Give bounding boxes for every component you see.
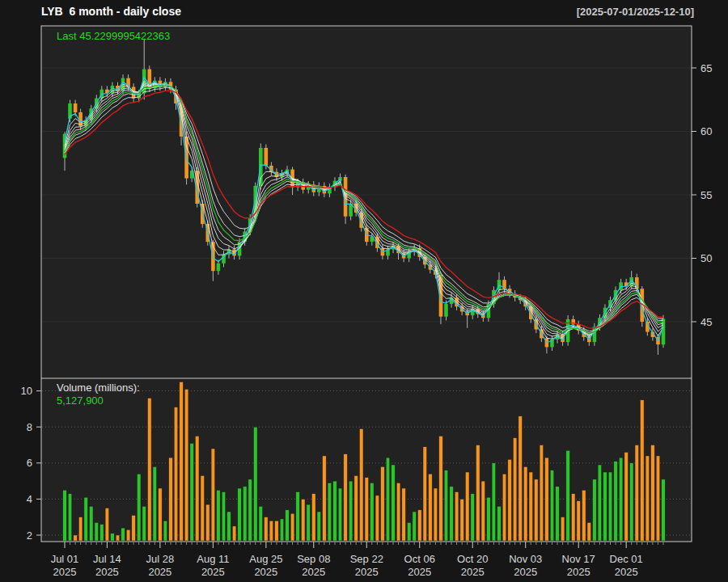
volume-bar [529,472,533,541]
volume-bar [619,458,623,541]
volume-bar [159,488,163,541]
volume-bar [184,389,188,541]
price-tick-label: 55 [700,189,712,201]
volume-bar [74,535,78,541]
volume-bar [275,521,279,541]
volume-bar [301,499,305,541]
volume-bar [365,478,369,541]
volume-bar [429,474,433,541]
volume-bar [63,490,67,541]
volume-bar [561,517,565,541]
volume-bar [523,466,527,541]
x-axis-label: Dec 01 [610,553,643,565]
x-axis-label-year: 2025 [514,566,537,578]
volume-bar [323,456,327,541]
volume-bar [434,488,438,541]
volume-bar [476,445,480,542]
x-axis-label: Sep 08 [297,553,330,565]
volume-bar [444,470,448,541]
volume-bar [593,479,597,541]
volume-bar [142,506,146,541]
volume-bar [651,445,655,542]
candle-body [74,103,78,112]
price-tick-label: 60 [700,125,712,137]
volume-bar [248,479,252,541]
x-axis-label: Aug 11 [197,553,229,565]
volume-bar [381,466,385,541]
volume-bar [645,456,650,541]
volume-bar [148,399,152,542]
volume-bar [614,462,618,541]
volume-bar [333,481,337,541]
volume-bar [603,472,607,541]
volume-bar [78,517,83,541]
volume-bar [386,458,390,541]
volume-bar [587,522,591,541]
volume-bar [396,483,400,541]
volume-bar [465,472,469,541]
price-y-axis: 4550556065 [692,62,712,328]
volume-bar [344,454,348,541]
volume-bar [571,494,575,541]
volume-bar [254,427,258,541]
volume-bar [238,488,242,541]
volume-bar [259,506,263,541]
volume-bar [545,458,549,541]
candle-body [265,148,269,166]
volume-bar [460,499,464,541]
volume-bar [635,445,639,542]
last-price-label: Last 45.2299995422363 [57,30,170,42]
volume-bar [105,508,109,542]
volume-bar [455,492,459,542]
volume-bar [624,452,629,541]
volume-bar [100,525,104,541]
volume-bar [111,534,115,541]
price-tick-label: 45 [700,316,712,328]
volume-bar [487,497,491,541]
candle-body [444,304,448,317]
price-tick-label: 50 [700,252,712,264]
volume-bar [513,438,517,541]
volume-bar [153,466,157,541]
volume-bar [280,519,284,541]
volume-bar [269,521,273,541]
volume-bar [354,475,358,541]
volume-bar [502,474,506,541]
volume-bar [402,488,406,541]
volume-bar [286,510,290,541]
x-axis-label-year: 2025 [461,566,485,578]
volume-bar [556,487,560,541]
volume-title: Volume (millions): [57,382,140,394]
x-axis-label-year: 2025 [615,566,638,578]
volume-bar [540,445,544,542]
chart-canvas: 4550556065246810Jul 012025Jul 142025Jul … [0,0,728,582]
volume-value: 5,127,900 [57,394,104,407]
volume-bar [174,407,178,541]
volume-bar [328,483,332,541]
volume-bar [450,487,454,541]
candle-body [662,318,666,344]
volume-tick-label: 2 [27,529,32,542]
candle-body [217,264,221,271]
volume-bar [206,504,210,541]
volume-bar [349,481,353,541]
x-axis: Jul 012025Jul 142025Jul 282025Aug 112025… [51,542,663,578]
x-axis-label-year: 2025 [355,566,379,578]
volume-bar [126,529,130,541]
volume-bar [439,436,443,541]
volume-bar [211,449,215,541]
x-axis-label: Jul 28 [146,553,175,565]
volume-bar [497,506,502,541]
volume-bar [418,510,422,541]
volume-bar [641,400,645,541]
volume-bar [201,475,205,541]
volume-bar [95,522,99,541]
volume-bar [217,490,221,541]
volume-bar [116,535,120,541]
volume-bar [132,516,136,542]
volume-bar [423,447,427,541]
volume-bar [518,416,523,541]
volume-bar [629,463,633,541]
volume-bar [195,436,199,541]
volume-bar [227,512,231,541]
